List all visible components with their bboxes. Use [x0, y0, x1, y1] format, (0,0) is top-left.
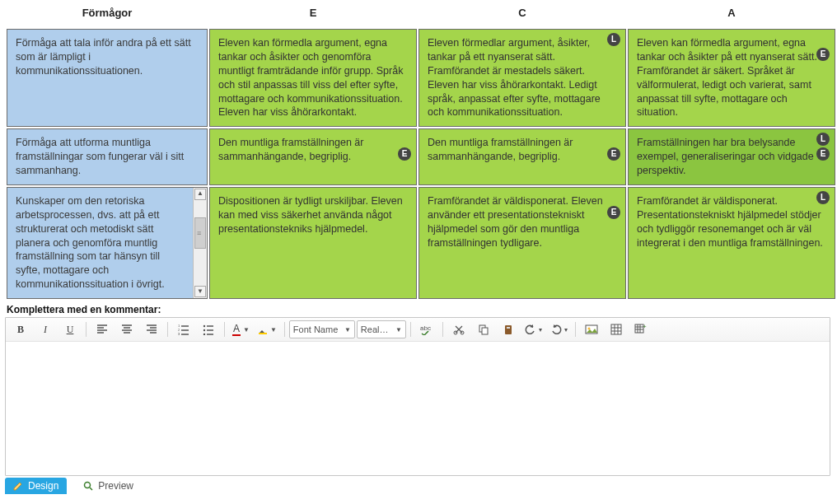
comment-label: Komplettera med en kommentar: — [5, 301, 832, 317]
spellcheck-button[interactable]: abc — [415, 320, 438, 338]
editor-toolbar: B I U 123 A ▼ ▼ Font Name▼ — [6, 318, 830, 342]
svg-point-19 — [85, 483, 91, 488]
criteria-badge: L — [816, 133, 830, 146]
ability-cell[interactable]: Kunskaper om den retoriska arbetsprocess… — [7, 187, 208, 299]
svg-text:3: 3 — [178, 332, 180, 335]
font-size-picker[interactable]: Real…▼ — [357, 320, 406, 338]
criteria-text: Framställningen har bra belysande exempe… — [637, 137, 814, 176]
tab-design-label: Design — [28, 480, 58, 492]
criteria-text: Den muntliga framställningen är sammanhä… — [218, 137, 363, 162]
rich-text-editor: B I U 123 A ▼ ▼ Font Name▼ — [5, 317, 830, 476]
svg-rect-6 — [259, 333, 267, 334]
header-abilities: Förmågor — [7, 3, 208, 27]
insert-table-button[interactable] — [605, 320, 628, 338]
align-left-button[interactable] — [91, 320, 114, 338]
criteria-text: Eleven kan förmedla argument, egna tanka… — [218, 37, 403, 118]
rubric-table: Förmågor E C A Förmåga att tala inför an… — [5, 2, 837, 301]
criteria-cell-a[interactable]: Framställningen har bra belysande exempe… — [628, 128, 835, 185]
redo-button[interactable]: ▾ — [547, 320, 571, 338]
criteria-cell-c[interactable]: Den muntliga framställningen är sammanhä… — [418, 128, 626, 185]
ordered-list-button[interactable]: 123 — [172, 320, 195, 338]
cut-button[interactable] — [447, 320, 470, 338]
criteria-text: Framförandet är väldisponerat. Presentat… — [637, 195, 823, 249]
criteria-badge: E — [607, 206, 620, 219]
ability-text: Kunskaper om den retoriska arbetsprocess… — [7, 188, 193, 298]
underline-button[interactable]: U — [58, 320, 82, 338]
svg-point-3 — [203, 325, 205, 327]
align-right-button[interactable] — [140, 320, 163, 338]
italic-button[interactable]: I — [34, 320, 57, 338]
scroll-up-icon[interactable]: ▲ — [194, 189, 206, 200]
criteria-text: Dispositionen är tydligt urskiljbar. Ele… — [218, 195, 403, 235]
scroll-down-icon[interactable]: ▼ — [194, 286, 206, 297]
criteria-cell-a[interactable]: Framförandet är väldisponerat. Presentat… — [628, 187, 835, 299]
copy-button[interactable] — [472, 320, 495, 338]
undo-button[interactable]: ▾ — [521, 320, 545, 338]
criteria-text: Eleven kan förmedla argument, egna tanka… — [637, 37, 817, 118]
svg-point-4 — [203, 329, 205, 331]
header-level-c: C — [418, 3, 626, 27]
pencil-icon — [13, 481, 23, 491]
criteria-badge: E — [607, 147, 620, 161]
ability-cell[interactable]: Förmåga att utforma muntliga framställni… — [7, 128, 208, 185]
magnifier-icon — [83, 481, 93, 491]
header-level-a: A — [628, 3, 835, 27]
paste-button[interactable] — [497, 320, 520, 338]
criteria-text: Den muntliga framställningen är sammanhä… — [428, 137, 573, 162]
unordered-list-button[interactable] — [197, 320, 220, 338]
tab-preview[interactable]: Preview — [75, 478, 142, 494]
svg-rect-16 — [611, 324, 621, 334]
header-level-e: E — [209, 3, 417, 27]
scroll-thumb[interactable] — [194, 217, 206, 249]
bold-button[interactable]: B — [9, 320, 32, 338]
criteria-badge: E — [816, 48, 830, 61]
tab-preview-label: Preview — [98, 480, 133, 492]
criteria-cell-c[interactable]: Framförandet är väldisponerat. Eleven an… — [418, 187, 626, 299]
scrollbar[interactable]: ▲▼ — [193, 188, 207, 298]
criteria-badge: L — [607, 33, 620, 46]
svg-point-5 — [203, 334, 205, 335]
highlight-color-button[interactable]: ▼ — [255, 320, 280, 338]
svg-rect-13 — [507, 327, 510, 329]
svg-rect-12 — [505, 325, 512, 334]
criteria-cell-e[interactable]: Eleven kan förmedla argument, egna tanka… — [209, 29, 417, 127]
criteria-cell-a[interactable]: Eleven kan förmedla argument, egna tanka… — [628, 29, 835, 127]
insert-image-button[interactable] — [580, 320, 603, 338]
criteria-cell-e[interactable]: Den muntliga framställningen är sammanhä… — [209, 128, 417, 185]
ability-cell[interactable]: Förmåga att tala inför andra på ett sätt… — [7, 29, 208, 127]
criteria-text: Eleven förmedlar argument, åsikter, tank… — [428, 37, 601, 118]
font-color-button[interactable]: A ▼ — [229, 320, 253, 338]
editor-textarea[interactable] — [6, 342, 830, 475]
editor-footer: Design Preview — [5, 476, 832, 494]
criteria-text: Framförandet är väldisponerat. Eleven an… — [428, 195, 603, 249]
criteria-badge: L — [816, 191, 830, 204]
criteria-cell-e[interactable]: Dispositionen är tydligt urskiljbar. Ele… — [209, 187, 417, 299]
svg-text:abc: abc — [420, 324, 431, 332]
svg-text:+: + — [643, 324, 647, 330]
table-wizard-button[interactable]: + — [629, 320, 652, 338]
svg-rect-11 — [482, 328, 488, 334]
font-name-picker[interactable]: Font Name▼ — [289, 320, 355, 338]
tab-design[interactable]: Design — [5, 478, 67, 494]
criteria-badge: E — [398, 147, 411, 161]
criteria-cell-c[interactable]: Eleven förmedlar argument, åsikter, tank… — [418, 29, 626, 127]
align-center-button[interactable] — [115, 320, 138, 338]
criteria-badge: E — [816, 147, 830, 161]
